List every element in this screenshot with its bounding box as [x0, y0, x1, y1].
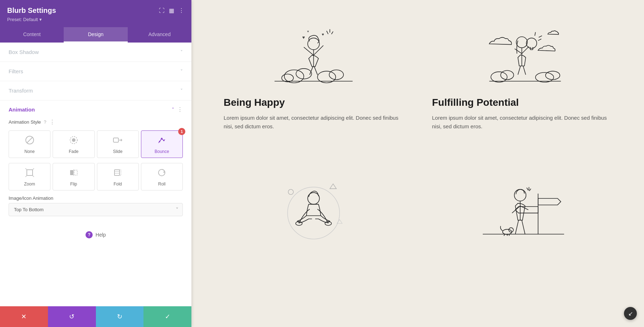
box-shadow-section[interactable]: Box Shadow ˅: [0, 43, 191, 62]
anim-btn-none[interactable]: None: [9, 130, 50, 158]
svg-point-56: [491, 72, 507, 82]
svg-line-1: [27, 137, 33, 143]
direction-select[interactable]: Top To Bottom Bottom To Top Left To Righ…: [9, 203, 183, 216]
slide-label: Slide: [113, 149, 123, 154]
more-icon[interactable]: ⋮: [179, 7, 184, 14]
tab-advanced[interactable]: Advanced: [128, 27, 191, 43]
animation-more-icon[interactable]: ⋮: [177, 106, 183, 113]
svg-text:♥: ♥: [322, 32, 324, 36]
svg-line-55: [523, 66, 526, 75]
bottom-bar: ✕ ↺ ↻ ✓: [0, 306, 191, 327]
svg-line-82: [530, 188, 531, 190]
box-shadow-chevron: ˅: [180, 49, 183, 55]
style-help-icon[interactable]: ?: [44, 119, 46, 125]
tab-content[interactable]: Content: [0, 27, 64, 43]
help-circle-icon: ?: [86, 231, 93, 238]
main-content: ♥ ♥ ♥ Being Happy Lorem ipsum dolor sit …: [191, 0, 644, 327]
svg-line-15: [25, 175, 27, 177]
svg-point-30: [308, 38, 319, 50]
bounce-icon: [157, 135, 167, 147]
svg-line-16: [33, 175, 34, 177]
svg-point-69: [514, 189, 526, 201]
transform-section[interactable]: Transform ˅: [0, 81, 191, 100]
roll-label: Roll: [158, 182, 166, 187]
header-icons: ⛶ ▦ ⋮: [159, 7, 184, 14]
animation-title: Animation: [9, 106, 35, 113]
filters-section[interactable]: Filters ˅: [0, 62, 191, 81]
svg-point-3: [72, 138, 75, 142]
cancel-icon: ✕: [21, 313, 26, 321]
animation-section: Animation ˄ ⋮ Animation Style ? ⋮: [0, 100, 191, 250]
svg-text:♥: ♥: [302, 35, 305, 40]
animation-grid-row2: Zoom Flip: [9, 163, 183, 190]
illustration-direction: [432, 171, 612, 242]
preset-label[interactable]: Preset: Default ▾: [7, 17, 184, 22]
save-button[interactable]: ✓: [143, 306, 191, 327]
svg-point-60: [288, 187, 340, 239]
box-shadow-label: Box Shadow: [9, 49, 39, 55]
slide-icon: [113, 135, 123, 147]
none-label: None: [24, 149, 35, 154]
anim-btn-slide[interactable]: Slide: [97, 130, 139, 158]
animation-grid-row1: None Fade: [9, 130, 183, 158]
anim-btn-roll[interactable]: Roll: [141, 163, 183, 190]
transform-chevron: ˅: [180, 88, 183, 94]
animation-collapse-icon[interactable]: ˄: [172, 107, 174, 113]
anim-btn-zoom[interactable]: Zoom: [9, 163, 50, 190]
svg-point-25: [284, 70, 304, 83]
animation-style-label: Animation Style: [9, 119, 41, 125]
svg-rect-17: [70, 170, 73, 175]
svg-point-58: [536, 73, 554, 82]
tabs-row: Content Design Advanced: [0, 27, 191, 43]
svg-line-74: [522, 220, 525, 234]
sidebar-title: Blurb Settings: [7, 6, 56, 15]
style-more-icon[interactable]: ⋮: [49, 119, 55, 125]
image-icon-animation-label: Image/Icon Animation: [9, 195, 183, 201]
svg-rect-20: [114, 170, 119, 175]
zoom-label: Zoom: [24, 182, 35, 187]
blurb-card-4: [418, 164, 626, 317]
illustration-meditate: [224, 171, 404, 242]
blurb-card-3: [209, 164, 418, 317]
help-row[interactable]: ? Help: [9, 221, 183, 244]
redo-button[interactable]: ↻: [96, 306, 144, 327]
floating-btn-icon: ↙: [628, 310, 633, 317]
svg-line-32: [304, 47, 313, 55]
columns-icon[interactable]: ▦: [169, 7, 174, 14]
anim-btn-fold[interactable]: Fold: [97, 163, 139, 190]
redo-icon: ↻: [117, 313, 122, 321]
flip-icon: [69, 168, 79, 179]
anim-btn-fade[interactable]: Fade: [53, 130, 94, 158]
illustration-potential: [432, 18, 612, 89]
card2-text: Lorem ipsum dolor sit amet, consectetur …: [432, 114, 612, 132]
anim-btn-bounce[interactable]: 1 Bounce: [141, 130, 183, 158]
svg-line-53: [535, 32, 536, 36]
svg-text:♥: ♥: [307, 30, 309, 33]
svg-point-66: [325, 221, 331, 225]
svg-line-14: [33, 168, 34, 170]
svg-line-45: [515, 49, 522, 54]
illustration-happy: ♥ ♥ ♥: [224, 18, 404, 89]
blurb-card-2: Fulfilling Potential Lorem ipsum dolor s…: [418, 11, 626, 164]
svg-rect-18: [74, 170, 77, 175]
filters-chevron: ˅: [180, 69, 183, 74]
anim-btn-flip[interactable]: Flip: [53, 163, 94, 190]
image-icon-animation-group: Image/Icon Animation Top To Bottom Botto…: [9, 195, 183, 216]
tab-design[interactable]: Design: [64, 27, 127, 43]
cancel-button[interactable]: ✕: [0, 306, 48, 327]
svg-point-29: [329, 70, 343, 79]
animation-header-icons: ˄ ⋮: [172, 106, 183, 113]
direction-select-wrapper: Top To Bottom Bottom To Top Left To Righ…: [9, 203, 183, 216]
svg-marker-6: [121, 139, 122, 142]
reset-icon: ↺: [69, 313, 74, 321]
floating-action-button[interactable]: ↙: [624, 307, 637, 320]
help-label: Help: [96, 232, 106, 238]
svg-line-80: [527, 188, 528, 190]
expand-icon[interactable]: ⛶: [159, 8, 165, 14]
svg-line-35: [314, 66, 317, 75]
svg-line-13: [25, 168, 27, 170]
reset-button[interactable]: ↺: [48, 306, 96, 327]
svg-line-41: [331, 31, 333, 34]
fold-label: Fold: [113, 182, 122, 187]
svg-rect-12: [27, 170, 33, 175]
